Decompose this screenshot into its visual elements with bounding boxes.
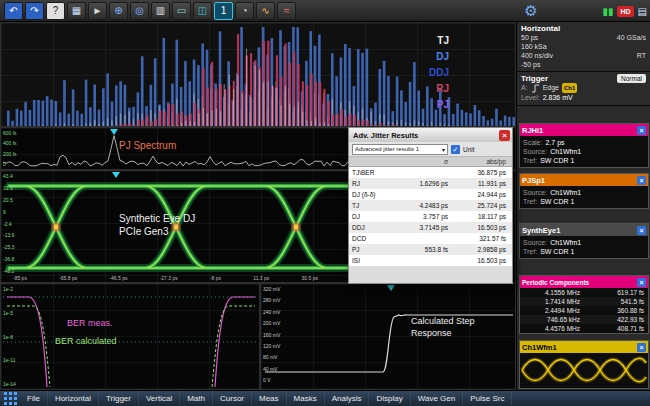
settings-gear-icon[interactable]: ⚙ bbox=[521, 1, 541, 21]
jitter-results-dialog[interactable]: Adv. Jitter Results × Advanced jitter re… bbox=[348, 127, 513, 284]
redo-icon[interactable]: ↷ bbox=[25, 2, 44, 20]
jitter-col-abs: abs/pp bbox=[452, 157, 510, 167]
display-icon[interactable]: ▭ bbox=[172, 2, 191, 20]
timer-icon[interactable]: ◔ bbox=[235, 2, 254, 20]
info-label: Source: bbox=[523, 147, 547, 156]
jitter-row[interactable]: DCD321.57 fs bbox=[349, 233, 512, 244]
eye-title: Synthetic Eye DJ bbox=[119, 213, 195, 224]
horizontal-row: 50 ps40 GSa/s bbox=[521, 33, 646, 42]
eye-reference-marker[interactable] bbox=[112, 172, 120, 178]
rjhi1-signal-box[interactable]: RJHi1 × Scale:2.7 psSource:Ch1Wfm1Tref:S… bbox=[519, 123, 649, 168]
close-icon[interactable]: × bbox=[637, 126, 646, 135]
info-line: Source:Ch1Wfm1 bbox=[523, 238, 645, 247]
jitter-cell: DJ (δ-δ) bbox=[349, 189, 397, 200]
close-icon[interactable]: × bbox=[637, 176, 646, 185]
probe-icon[interactable]: ≈ bbox=[277, 2, 296, 20]
jitter-row[interactable]: DJ (δ-δ)24.944 ps bbox=[349, 189, 512, 200]
jitter-cell: 24.944 ps bbox=[452, 189, 510, 200]
info-value: Ch1Wfm1 bbox=[550, 188, 581, 197]
jitter-row[interactable]: RJ1.6296 ps11.931 ps bbox=[349, 178, 512, 189]
ber-bathtub-panel[interactable]: 1e-21e-51e-81e-111e-14 BER meas. BER cal… bbox=[0, 283, 260, 390]
info-value: Ch1Wfm1 bbox=[550, 147, 581, 156]
ber-y-tick: 1e-14 bbox=[3, 381, 16, 387]
menu-wave-gen[interactable]: Wave Gen bbox=[411, 391, 464, 406]
save-icon[interactable]: ▦ bbox=[67, 2, 86, 20]
periodic-row: 1.7414 MHz541.5 fs bbox=[520, 297, 648, 306]
eye-y-tick: 43.4 bbox=[3, 173, 14, 179]
step-reference-marker[interactable] bbox=[387, 285, 395, 291]
close-icon[interactable]: × bbox=[637, 343, 646, 352]
syntheye1-signal-box[interactable]: SynthEye1 × Source:Ch1Wfm1Tref:SW CDR 1 bbox=[519, 223, 649, 259]
undo-icon[interactable]: ↶ bbox=[4, 2, 23, 20]
undo-icon-glyph: ↶ bbox=[9, 6, 17, 16]
mask-test-icon[interactable]: ◫ bbox=[193, 2, 212, 20]
info-line: Tref:SW CDR 1 bbox=[523, 156, 645, 165]
pjsp1-title: PJSp1 bbox=[522, 176, 545, 185]
jitter-cell: TJ\BER bbox=[349, 167, 397, 178]
legend-dj: DJ bbox=[409, 49, 449, 65]
periodic-components-box[interactable]: Periodic Components × 4.1556 MHz619.17 f… bbox=[519, 275, 649, 334]
menu-vertical[interactable]: Vertical bbox=[139, 391, 180, 406]
trigger-source-chip[interactable]: Ch1 bbox=[562, 83, 577, 93]
zoom1-icon[interactable]: 1 bbox=[214, 2, 233, 20]
close-icon[interactable]: × bbox=[499, 130, 510, 141]
close-icon[interactable]: × bbox=[637, 278, 646, 287]
zoom-in-icon[interactable]: ⊕ bbox=[109, 2, 128, 20]
periodic-cell: 360.88 fs bbox=[584, 306, 648, 315]
hd-badge[interactable]: HD bbox=[617, 6, 633, 17]
help-icon[interactable]: ? bbox=[46, 2, 65, 20]
jitter-row[interactable]: PJ553.8 fs2.9858 ps bbox=[349, 244, 512, 255]
trigger-mode-badge[interactable]: Normal bbox=[617, 74, 646, 83]
menu-trigger[interactable]: Trigger bbox=[99, 391, 139, 406]
eye-subtitle: PCIe Gen3 bbox=[119, 226, 168, 237]
eye-y-tick: -25.3 bbox=[3, 244, 14, 250]
jitter-row[interactable]: DDJ3.7145 ps16.503 ps bbox=[349, 222, 512, 233]
jitter-cell: 3.757 ps bbox=[397, 211, 452, 222]
menu-cursor[interactable]: Cursor bbox=[213, 391, 252, 406]
step-response-panel[interactable]: 320 mV280 mV240 mV200 mV160 mV120 mV80 m… bbox=[260, 283, 516, 390]
ch1wfm1-signal-box[interactable]: Ch1Wfm1 × bbox=[519, 340, 649, 389]
jitter-table-body: TJ\BER36.875 psRJ1.6296 ps11.931 psDJ (δ… bbox=[349, 167, 512, 266]
periodic-cell: 422.93 fs bbox=[584, 315, 648, 324]
periodic-row: 4.1556 MHz619.17 fs bbox=[520, 288, 648, 297]
horizontal-value: -50 ps bbox=[521, 60, 540, 69]
jitter-row[interactable]: DJ3.757 ps18.117 ps bbox=[349, 211, 512, 222]
pjsp1-signal-box[interactable]: PJSp1 × Source:Ch1Wfm1Tref:SW CDR 1 bbox=[519, 173, 649, 209]
menu-masks[interactable]: Masks bbox=[287, 391, 325, 406]
horizontal-title: Horizontal bbox=[521, 24, 560, 33]
zoom-area-icon[interactable]: ◎ bbox=[130, 2, 149, 20]
syntheye1-title: SynthEye1 bbox=[522, 226, 560, 235]
menu-math[interactable]: Math bbox=[180, 391, 213, 406]
close-icon[interactable]: × bbox=[637, 226, 646, 235]
jitter-cell: TJ bbox=[349, 200, 397, 211]
cursor-icon[interactable]: ► bbox=[88, 2, 107, 20]
results-select[interactable]: Advanced jitter results 1 ▾ bbox=[352, 144, 448, 155]
horizontal-settings[interactable]: Horizontal 50 ps40 GSa/s160 kSa400 ns/di… bbox=[517, 22, 650, 72]
pj-y-tick: 400 fs bbox=[3, 140, 17, 146]
menu-display[interactable]: Display bbox=[369, 391, 410, 406]
menu-analysis[interactable]: Analysis bbox=[325, 391, 370, 406]
jitter-row[interactable]: TJ\BER36.875 ps bbox=[349, 167, 512, 178]
step-y-tick: 120 mV bbox=[263, 343, 280, 349]
periodic-cell: 2.4494 MHz bbox=[520, 306, 584, 315]
unit-toggle-icon[interactable]: ✓ bbox=[451, 145, 460, 154]
rjhi1-title: RJHi1 bbox=[522, 126, 543, 135]
jitter-row[interactable]: ISI16.503 ps bbox=[349, 255, 512, 266]
jitter-histogram-panel[interactable]: TJDJDDJRJPJ bbox=[0, 22, 516, 127]
menu-meas[interactable]: Meas bbox=[252, 391, 287, 406]
apps-grid-icon[interactable] bbox=[0, 391, 20, 406]
jitter-row[interactable]: TJ4.2483 ps25.724 ps bbox=[349, 200, 512, 211]
histogram-icon[interactable]: ▥ bbox=[151, 2, 170, 20]
step-y-tick: 320 mV bbox=[263, 286, 280, 292]
dialog-titlebar[interactable]: Adv. Jitter Results × bbox=[349, 128, 512, 142]
jitter-cell: ISI bbox=[349, 255, 397, 266]
wavegen-icon[interactable]: ∿ bbox=[256, 2, 275, 20]
trigger-settings[interactable]: Trigger Normal A: Edge Ch1 Level: 2.836 … bbox=[517, 72, 650, 106]
spectrum-peak-marker[interactable] bbox=[110, 129, 118, 135]
menu-file[interactable]: File bbox=[20, 391, 48, 406]
menu-pulse-src[interactable]: Pulse Src bbox=[463, 391, 512, 406]
pj-spectrum-title: PJ Spectrum bbox=[119, 140, 176, 151]
menu-horizontal[interactable]: Horizontal bbox=[48, 391, 99, 406]
status-led-icon[interactable]: ▮▮ bbox=[602, 6, 613, 17]
screen-icon[interactable]: ▤ bbox=[638, 6, 647, 17]
